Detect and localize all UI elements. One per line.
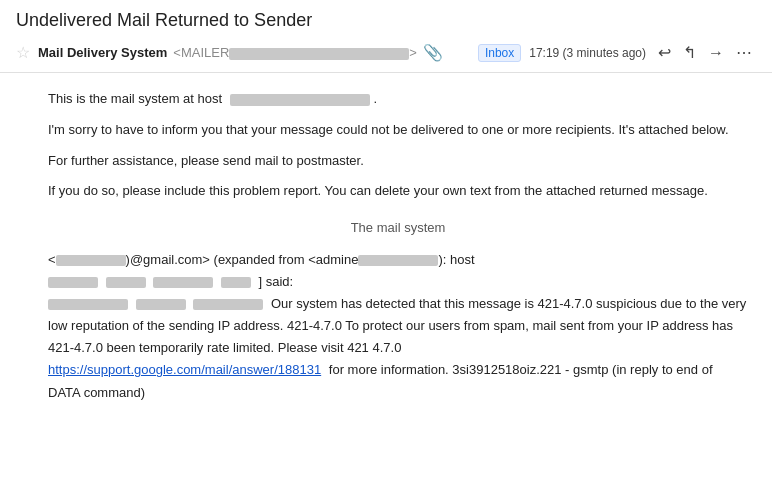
system-line1: <)@gmail.com> (expanded from <admine): h… xyxy=(48,249,748,271)
support-link[interactable]: https://support.google.com/mail/answer/1… xyxy=(48,362,321,377)
email-body: This is the mail system at host . I'm so… xyxy=(0,73,772,420)
email-time: 17:19 (3 minutes ago) xyxy=(529,46,646,60)
redacted-3 xyxy=(48,277,98,288)
sender-name: Mail Delivery System xyxy=(38,45,167,60)
system-title: The mail system xyxy=(48,218,748,239)
more-actions-button[interactable]: ⋯ xyxy=(732,41,756,64)
inbox-badge[interactable]: Inbox xyxy=(478,44,521,62)
system-section: The mail system <)@gmail.com> (expanded … xyxy=(48,218,748,403)
body-para1: I'm sorry to have to inform you that you… xyxy=(48,120,748,141)
reply-all-button[interactable]: ↰ xyxy=(679,41,700,64)
system-line4: https://support.google.com/mail/answer/1… xyxy=(48,359,748,403)
redacted-5 xyxy=(153,277,213,288)
body-host-line: This is the mail system at host . xyxy=(48,89,748,110)
redacted-4 xyxy=(106,277,146,288)
redacted-8 xyxy=(136,299,186,310)
system-line3: Our system has detected that this messag… xyxy=(48,293,748,359)
body-para3: If you do so, please include this proble… xyxy=(48,181,748,202)
redacted-host xyxy=(230,94,370,106)
email-subject: Undelivered Mail Returned to Sender xyxy=(16,10,756,31)
redacted-7 xyxy=(48,299,128,310)
reply-button[interactable]: ↩ xyxy=(654,41,675,64)
body-para2: For further assistance, please send mail… xyxy=(48,151,748,172)
email-actions: ↩ ↰ → ⋯ xyxy=(654,41,756,64)
forward-button[interactable]: → xyxy=(704,42,728,64)
redacted-9 xyxy=(193,299,263,310)
system-block: <)@gmail.com> (expanded from <admine): h… xyxy=(48,249,748,404)
sender-email: <MAILER> xyxy=(173,45,417,60)
email-container: Undelivered Mail Returned to Sender ☆ Ma… xyxy=(0,0,772,420)
redacted-1 xyxy=(56,255,126,266)
redacted-6 xyxy=(221,277,251,288)
email-header-bar: Undelivered Mail Returned to Sender ☆ Ma… xyxy=(0,0,772,73)
redacted-2 xyxy=(358,255,438,266)
redacted-email xyxy=(229,48,409,60)
star-icon[interactable]: ☆ xyxy=(16,43,30,62)
system-line2: ] said: xyxy=(48,271,748,293)
attachment-icon: 📎 xyxy=(423,43,443,62)
